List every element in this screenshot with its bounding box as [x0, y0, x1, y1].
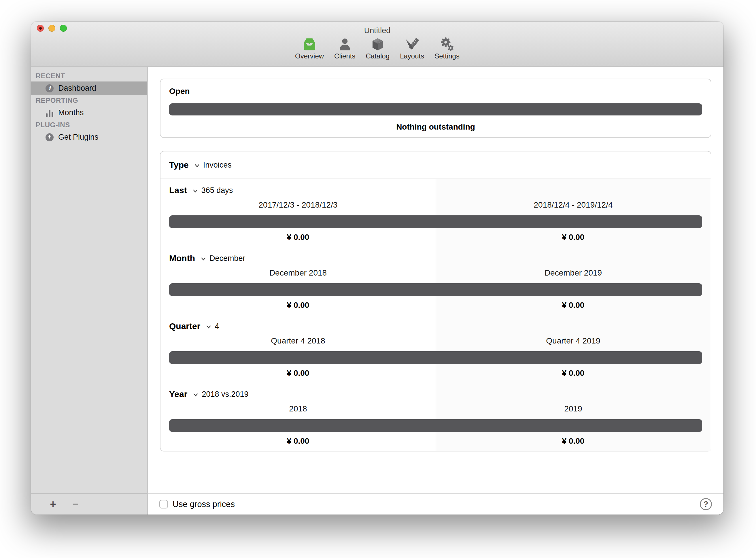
- amount-left: ¥ 0.00: [161, 231, 436, 243]
- toolbar: Overview Clients: [31, 37, 724, 60]
- sidebar-item-dashboard[interactable]: i Dashboard: [31, 81, 147, 95]
- close-button[interactable]: [37, 25, 44, 32]
- toolbar-item-label: Layouts: [400, 52, 424, 60]
- overview-tray-icon: [302, 37, 317, 52]
- main-content: Open Nothing outstanding Type Invoices: [148, 67, 724, 493]
- minimize-button[interactable]: [48, 25, 55, 32]
- sidebar-item-get-plugins[interactable]: + Get Plugins: [31, 130, 147, 144]
- period-header-left: 2017/12/3 - 2018/12/3: [161, 199, 436, 211]
- toolbar-item-label: Clients: [334, 52, 355, 60]
- comparison-panel: Type Invoices Last: [160, 151, 711, 452]
- open-outstanding-bar: [169, 103, 702, 116]
- period-header-right: December 2019: [436, 267, 711, 279]
- period-header-right: 2019: [436, 403, 711, 414]
- traffic-lights: [37, 25, 67, 32]
- help-button[interactable]: ?: [700, 498, 712, 510]
- amount-right: ¥ 0.00: [436, 231, 711, 243]
- info-icon: i: [46, 84, 54, 93]
- open-panel-title: Open: [169, 87, 702, 96]
- titlebar: Untitled Overview: [31, 22, 724, 67]
- comparison-bar: [169, 283, 702, 296]
- toolbar-item-label: Catalog: [366, 52, 390, 60]
- main-footer: Use gross prices ?: [148, 493, 724, 514]
- type-selector-row: Type Invoices: [161, 151, 711, 179]
- toolbar-item-overview[interactable]: Overview: [295, 37, 324, 60]
- amount-left: ¥ 0.00: [161, 367, 436, 379]
- type-label: Type: [169, 160, 189, 170]
- clients-person-icon: [338, 37, 352, 52]
- sidebar: RECENT i Dashboard REPORTING Months PLUG…: [31, 67, 148, 493]
- period-header-left: December 2018: [161, 267, 436, 279]
- row-value[interactable]: 4: [215, 322, 219, 331]
- toolbar-item-label: Overview: [295, 52, 324, 60]
- chevron-down-icon[interactable]: [205, 323, 212, 331]
- sidebar-section-reporting: REPORTING: [31, 95, 147, 106]
- remove-button[interactable]: −: [71, 499, 79, 509]
- open-panel: Open Nothing outstanding: [160, 79, 711, 138]
- toolbar-item-settings[interactable]: Settings: [435, 37, 460, 60]
- chevron-down-icon[interactable]: [193, 162, 201, 169]
- sidebar-footer: + −: [31, 493, 148, 514]
- add-button[interactable]: +: [49, 499, 57, 509]
- compare-row-last: Last 365 days 2017/12/3 - 2018/12/3 2018…: [161, 179, 711, 247]
- amount-right: ¥ 0.00: [436, 300, 711, 311]
- sidebar-section-plugins: PLUG-INS: [31, 120, 147, 130]
- chevron-down-icon[interactable]: [192, 187, 199, 195]
- toolbar-item-clients[interactable]: Clients: [334, 37, 355, 60]
- chevron-down-icon[interactable]: [200, 255, 207, 262]
- row-label: Quarter: [169, 321, 200, 331]
- row-label: Last: [169, 185, 187, 195]
- amount-left: ¥ 0.00: [161, 435, 436, 447]
- plus-circle-icon: +: [46, 133, 54, 142]
- comparison-bar: [169, 419, 702, 432]
- compare-row-month: Month December December 2018 December 20…: [161, 247, 711, 315]
- sidebar-section-recent: RECENT: [31, 71, 147, 81]
- use-gross-prices-checkbox[interactable]: [159, 500, 168, 508]
- period-header-right: 2018/12/4 - 2019/12/4: [436, 199, 711, 211]
- amount-right: ¥ 0.00: [436, 435, 711, 447]
- comparison-body: Last 365 days 2017/12/3 - 2018/12/3 2018…: [161, 179, 711, 451]
- window-title: Untitled: [31, 22, 724, 35]
- period-header-left: Quarter 4 2018: [161, 335, 436, 347]
- sidebar-item-label: Dashboard: [58, 84, 96, 93]
- compare-row-year: Year 2018 vs.2019 2018 2019: [161, 383, 711, 451]
- desktop-background: Untitled Overview: [0, 0, 756, 558]
- row-value[interactable]: 2018 vs.2019: [202, 390, 248, 399]
- sidebar-item-label: Months: [58, 108, 84, 117]
- footer-bar: + − Use gross prices ?: [31, 493, 724, 514]
- row-value[interactable]: December: [210, 254, 245, 263]
- row-label: Month: [169, 253, 195, 263]
- open-empty-message: Nothing outstanding: [169, 122, 702, 132]
- toolbar-item-catalog[interactable]: Catalog: [366, 37, 390, 60]
- sidebar-item-months[interactable]: Months: [31, 106, 147, 120]
- layouts-brush-ruler-icon: [405, 37, 419, 52]
- compare-row-quarter: Quarter 4 Quarter 4 2018 Quarter 4 2019: [161, 315, 711, 383]
- amount-left: ¥ 0.00: [161, 300, 436, 311]
- comparison-bar: [169, 351, 702, 364]
- comparison-bar: [169, 215, 702, 228]
- sidebar-item-label: Get Plugins: [58, 133, 99, 142]
- row-value[interactable]: 365 days: [201, 186, 233, 195]
- period-header-left: 2018: [161, 403, 436, 414]
- type-value[interactable]: Invoices: [203, 161, 231, 170]
- row-label: Year: [169, 389, 187, 399]
- chevron-down-icon[interactable]: [192, 391, 199, 399]
- toolbar-item-layouts[interactable]: Layouts: [400, 37, 424, 60]
- zoom-button[interactable]: [60, 25, 67, 32]
- settings-gears-icon: [440, 37, 455, 52]
- catalog-box-icon: [370, 37, 385, 52]
- toolbar-item-label: Settings: [435, 52, 460, 60]
- bar-chart-icon: [46, 109, 54, 117]
- period-header-right: Quarter 4 2019: [436, 335, 711, 347]
- use-gross-prices-label: Use gross prices: [173, 500, 235, 509]
- app-window: Untitled Overview: [31, 22, 724, 514]
- amount-right: ¥ 0.00: [436, 367, 711, 379]
